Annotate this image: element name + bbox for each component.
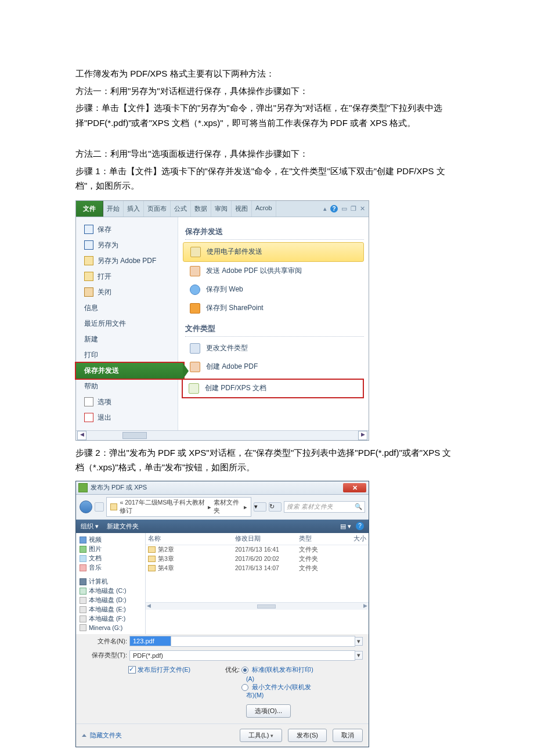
cancel-button[interactable]: 取消 bbox=[333, 729, 363, 742]
opt-share-pdf[interactable]: 发送 Adobe PDF 以供共享审阅 bbox=[183, 262, 364, 280]
save-type-select[interactable]: PDF(*.pdf) bbox=[129, 650, 355, 661]
list-item[interactable]: 第2章 2017/6/13 16:41文件夹 bbox=[146, 545, 369, 555]
tree-drive-e[interactable]: 本地磁盘 (E:) bbox=[77, 605, 144, 614]
tree-drive-c[interactable]: 本地磁盘 (C:) bbox=[77, 586, 144, 596]
menu-print[interactable]: 打印 bbox=[76, 347, 178, 363]
tab-review[interactable]: 审阅 bbox=[211, 201, 232, 217]
restore-icon[interactable]: ❐ bbox=[351, 205, 356, 213]
col-size[interactable]: 大小 bbox=[334, 535, 366, 543]
close-icon[interactable]: ✕ bbox=[360, 205, 365, 213]
opt-email[interactable]: 使用电子邮件发送 bbox=[183, 242, 364, 262]
file-list-scrollbar[interactable]: ◀▶ bbox=[146, 602, 369, 610]
refresh-button[interactable]: ↻ bbox=[269, 502, 282, 512]
para-method2-step2: 步骤 2：弹出"发布为 PDF 或 XPS"对话框，在"保存类型"下拉列表中选择… bbox=[75, 445, 459, 475]
tab-insert[interactable]: 插入 bbox=[124, 201, 144, 217]
drive-icon bbox=[80, 588, 86, 595]
tab-view[interactable]: 视图 bbox=[232, 201, 252, 217]
tab-pagelayout[interactable]: 页面布 bbox=[144, 201, 171, 217]
col-date[interactable]: 修改日期 bbox=[235, 535, 299, 543]
tab-formulas[interactable]: 公式 bbox=[171, 201, 191, 217]
back-button[interactable] bbox=[80, 501, 92, 513]
menu-save-as[interactable]: 另存为 bbox=[76, 237, 178, 253]
opt-web[interactable]: 保存到 Web bbox=[183, 280, 364, 299]
drive-icon bbox=[80, 615, 86, 622]
save-type-label: 保存类型(T): bbox=[82, 651, 129, 660]
hide-folders-toggle[interactable]: 隐藏文件夹 bbox=[82, 731, 122, 740]
tab-home[interactable]: 开始 bbox=[103, 201, 124, 217]
optimize-minimum-suffix: 布)(M) bbox=[246, 692, 313, 700]
tree-video[interactable]: 视频 bbox=[77, 535, 144, 545]
opt-sharepoint[interactable]: 保存到 SharePoint bbox=[183, 299, 364, 318]
search-icon: 🔍 bbox=[355, 503, 362, 511]
menu-save-as-pdf[interactable]: 另存为 Adobe PDF bbox=[76, 253, 178, 269]
tree-computer[interactable]: 计算机 bbox=[77, 577, 144, 586]
horizontal-scrollbar[interactable]: ◀ ▶ bbox=[76, 430, 369, 440]
tree-music[interactable]: 音乐 bbox=[77, 563, 144, 573]
breadcrumb-dropdown[interactable]: ▾ bbox=[254, 502, 266, 512]
adobe-create-icon bbox=[190, 362, 200, 372]
menu-close[interactable]: 关闭 bbox=[76, 285, 178, 300]
tree-drive-g[interactable]: Minerva (G:) bbox=[77, 624, 144, 632]
exit-icon bbox=[84, 413, 93, 422]
dialog-close-button[interactable]: ✕ bbox=[343, 483, 366, 492]
tree-documents[interactable]: 文档 bbox=[77, 554, 144, 563]
pdf-xps-icon bbox=[189, 383, 199, 394]
new-folder-button[interactable]: 新建文件夹 bbox=[107, 522, 139, 531]
search-input[interactable]: 搜索 素材文件夹 🔍 bbox=[284, 501, 365, 513]
optimize-standard-suffix: (A) bbox=[246, 675, 313, 682]
para-method2-title: 方法二：利用"导出"选项面板进行保存，具体操作步骤如下： bbox=[75, 146, 459, 161]
breadcrumb[interactable]: « 2017年二级MS电子科大教材修订▸ 素材文件夹▸ bbox=[106, 497, 251, 517]
organize-button[interactable]: 组织 ▾ bbox=[81, 522, 99, 531]
options-icon bbox=[84, 397, 93, 406]
scroll-thumb[interactable] bbox=[122, 432, 147, 439]
menu-help[interactable]: 帮助 bbox=[76, 379, 178, 394]
col-type[interactable]: 类型 bbox=[299, 535, 334, 543]
para-method2-step1: 步骤 1：单击【文件】选项卡下的"保存并发送"命令，在"文件类型"区域下双击"创… bbox=[75, 164, 459, 193]
radio-minimum[interactable] bbox=[241, 684, 248, 691]
menu-open[interactable]: 打开 bbox=[76, 269, 178, 285]
col-name[interactable]: 名称 bbox=[148, 535, 235, 543]
tab-data[interactable]: 数据 bbox=[191, 201, 211, 217]
menu-save-send[interactable]: 保存并发送 bbox=[76, 363, 183, 379]
list-header: 名称 修改日期 类型 大小 bbox=[146, 533, 369, 545]
tab-acrobat[interactable]: Acrob bbox=[252, 201, 276, 217]
menu-exit[interactable]: 退出 bbox=[76, 410, 178, 426]
scroll-right-icon[interactable]: ▶ bbox=[358, 431, 367, 440]
opt-create-pdf-xps-highlight: 创建 PDF/XPS 文档 bbox=[182, 379, 364, 398]
file-name-input[interactable]: 123.pdf bbox=[129, 636, 171, 646]
menu-new[interactable]: 新建 bbox=[76, 332, 178, 347]
dialog-footer: 隐藏文件夹 工具(L)▾ 发布(S) 取消 bbox=[76, 723, 369, 747]
para-intro-1: 工作簿发布为 PDF/XPS 格式主要有以下两种方法： bbox=[75, 66, 459, 81]
minimize-ribbon-icon[interactable]: ▴ bbox=[323, 205, 327, 213]
dropdown-nav-icon[interactable] bbox=[95, 502, 104, 512]
help-button[interactable]: ? bbox=[356, 522, 364, 530]
help-icon[interactable]: ? bbox=[330, 205, 338, 213]
menu-options[interactable]: 选项 bbox=[76, 394, 178, 410]
open-icon bbox=[84, 272, 93, 281]
save-type-dropdown[interactable]: ▾ bbox=[355, 651, 363, 660]
scroll-left-icon[interactable]: ◀ bbox=[77, 431, 86, 440]
menu-save[interactable]: 保存 bbox=[76, 222, 178, 237]
tools-button[interactable]: 工具(L)▾ bbox=[240, 729, 282, 742]
file-name-dropdown[interactable]: ▾ bbox=[355, 637, 363, 646]
radio-standard[interactable] bbox=[241, 667, 248, 674]
file-name-row: 文件名(N): 123.pdf ▾ bbox=[76, 634, 369, 649]
tree-drive-d[interactable]: 本地磁盘 (D:) bbox=[77, 596, 144, 605]
options-button[interactable]: 选项(O)... bbox=[246, 704, 291, 718]
tree-drive-f[interactable]: 本地磁盘 (F:) bbox=[77, 614, 144, 624]
list-item[interactable]: 第4章 2017/6/13 14:07文件夹 bbox=[146, 564, 369, 573]
tab-file[interactable]: 文件 bbox=[76, 201, 103, 217]
minimize-icon[interactable]: ▭ bbox=[341, 205, 347, 213]
menu-recent[interactable]: 最近所用文件 bbox=[76, 316, 178, 332]
list-item[interactable]: 第3章 2017/6/20 20:02文件夹 bbox=[146, 555, 369, 564]
close-file-icon bbox=[84, 287, 93, 297]
menu-info[interactable]: 信息 bbox=[76, 300, 178, 316]
view-mode-button[interactable]: ▤ ▾ bbox=[340, 523, 351, 530]
open-after-checkbox[interactable]: 发布后打开文件(E) bbox=[128, 666, 190, 718]
opt-change-type[interactable]: 更改文件类型 bbox=[183, 339, 364, 358]
publish-button[interactable]: 发布(S) bbox=[288, 729, 327, 742]
opt-create-pdf-xps[interactable]: 创建 PDF/XPS 文档 bbox=[189, 383, 357, 394]
save-type-row: 保存类型(T): PDF(*.pdf) ▾ bbox=[76, 649, 369, 663]
opt-create-adobe[interactable]: 创建 Adobe PDF bbox=[183, 358, 364, 376]
tree-pictures[interactable]: 图片 bbox=[77, 545, 144, 554]
